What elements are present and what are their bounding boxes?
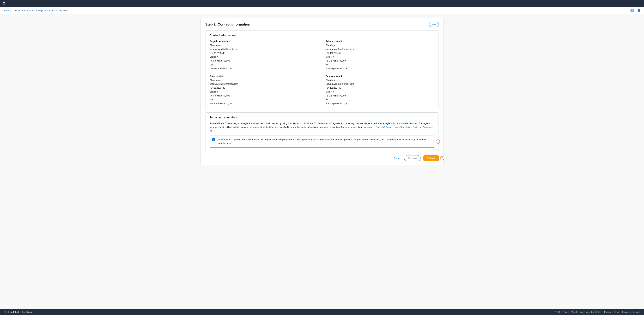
cloudshell-label: CloudShell	[8, 311, 19, 313]
external-link-icon	[210, 130, 212, 132]
registrant-city: Ho Chi Minh 700000	[210, 59, 318, 63]
step2-title: Step 2: Contact information	[205, 22, 250, 26]
admin-email: chaunguyen.3rd@gmail.com	[326, 48, 434, 51]
info-icon[interactable]: ℹ️	[630, 8, 634, 12]
tech-name: Chau Nguyen	[210, 78, 318, 82]
registrant-name: Chau Nguyen	[210, 44, 318, 47]
breadcrumb-register-domains[interactable]: Register domains	[38, 9, 55, 12]
tech-city: Ho Chi Minh 700000	[210, 94, 318, 98]
hamburger-icon[interactable]: ☰	[3, 2, 6, 5]
registrant-district: District 4	[210, 55, 318, 59]
registrant-privacy: Privacy protection (On)	[210, 67, 318, 70]
terminal-icon: ⬛	[4, 311, 7, 313]
billing-contact-label: Billing contact	[326, 75, 434, 78]
terms-title: Terms and conditions	[210, 116, 434, 119]
footer-left: ⬛ CloudShell Feedback	[4, 311, 32, 313]
terms-step-badge: 1	[436, 140, 440, 144]
cancel-button[interactable]: Cancel	[394, 157, 401, 160]
breadcrumb-route53[interactable]: Route 53	[4, 9, 12, 12]
billing-privacy: Privacy protection (On)	[326, 102, 434, 106]
breadcrumb-sep-3: ›	[56, 9, 57, 12]
admin-district: District 4	[326, 55, 434, 59]
billing-email: chaunguyen.3rd@gmail.com	[326, 82, 434, 86]
registrant-contact-label: Registrant contact	[210, 40, 318, 42]
admin-contact-label: Admin contact	[326, 40, 434, 42]
contact-info-box: Contact information Registrant contact C…	[205, 30, 439, 109]
admin-contact-block: Admin contact Chau Nguyen chaunguyen.3rd…	[326, 40, 434, 70]
breadcrumb-checkout: Checkout	[58, 9, 67, 12]
submit-button[interactable]: Submit	[424, 155, 439, 161]
contact-grid: Registrant contact Chau Nguyen chaunguye…	[210, 40, 434, 106]
footer-privacy-link[interactable]: Privacy	[604, 311, 611, 313]
admin-city: Ho Chi Minh 700000	[326, 59, 434, 63]
billing-district: District 4	[326, 90, 434, 94]
terms-body-end: .	[213, 130, 213, 132]
terms-body: Amazon Route 53 enables you to register …	[210, 122, 434, 133]
main-content: Step 2: Contact information Edit Contact…	[194, 14, 450, 309]
terms-checkbox[interactable]	[212, 138, 215, 141]
footer-terms-link[interactable]: Terms	[614, 311, 619, 313]
billing-contact-block: Billing contact Chau Nguyen chaunguyen.3…	[326, 75, 434, 106]
tech-contact-block: Tech contact Chau Nguyen chaunguyen.3rd@…	[210, 75, 318, 106]
footer-right: © 2024, Amazon Web Services, Inc. or its…	[555, 311, 640, 313]
submit-badge: 2	[440, 156, 444, 160]
action-buttons-area: Cancel Previous Submit 2	[205, 155, 439, 161]
breadcrumb: Route 53 › Registered domains › Register…	[0, 7, 644, 14]
tech-email: chaunguyen.3rd@gmail.com	[210, 82, 318, 86]
footer: ⬛ CloudShell Feedback © 2024, Amazon Web…	[0, 309, 644, 315]
submit-wrapper: Submit 2	[424, 155, 439, 161]
cloudshell-button[interactable]: ⬛ CloudShell	[4, 311, 19, 313]
step2-section: Step 2: Contact information Edit Contact…	[200, 18, 444, 166]
previous-button[interactable]: Previous	[404, 155, 420, 161]
breadcrumb-actions: ℹ️ 👤	[630, 8, 640, 12]
billing-phone: +84 112233445	[326, 86, 434, 90]
tech-contact-label: Tech contact	[210, 75, 318, 78]
admin-name: Chau Nguyen	[326, 44, 434, 47]
billing-city: Ho Chi Minh 700000	[326, 94, 434, 98]
admin-privacy: Privacy protection (On)	[326, 67, 434, 70]
tech-phone: +84 112233445	[210, 86, 318, 90]
registrant-contact-block: Registrant contact Chau Nguyen chaunguye…	[210, 40, 318, 70]
terms-box: Terms and conditions Amazon Route 53 ena…	[205, 112, 439, 151]
contact-info-title: Contact information	[210, 34, 434, 37]
agreement-wrapper: I have read and agree to the Amazon Rout…	[210, 136, 434, 148]
step2-header: Step 2: Contact information Edit	[205, 22, 439, 27]
top-nav: ☰	[0, 0, 644, 7]
agreement-row: I have read and agree to the Amazon Rout…	[210, 136, 434, 148]
tech-privacy: Privacy protection (On)	[210, 102, 318, 106]
tech-district: District 4	[210, 90, 318, 94]
footer-copyright: © 2024, Amazon Web Services, Inc. or its…	[555, 311, 602, 313]
admin-country: VN	[326, 63, 434, 67]
breadcrumb-registered-domains[interactable]: Registered domains	[15, 9, 35, 12]
billing-name: Chau Nguyen	[326, 78, 434, 82]
registrant-email: chaunguyen.3rd@gmail.com	[210, 48, 318, 51]
breadcrumb-sep-1: ›	[14, 9, 14, 12]
billing-country: VN	[326, 98, 434, 102]
settings-icon[interactable]: 👤	[637, 8, 640, 12]
tech-country: VN	[210, 98, 318, 102]
admin-phone: +84 112233445	[326, 52, 434, 55]
registrant-phone: +84 112233445	[210, 52, 318, 55]
footer-cookie-link[interactable]: Cookie preferences	[622, 311, 640, 313]
registrant-country: VN	[210, 63, 318, 67]
breadcrumb-sep-2: ›	[36, 9, 37, 12]
agreement-label[interactable]: I have read and agree to the Amazon Rout…	[217, 138, 432, 145]
edit-button[interactable]: Edit	[429, 22, 439, 27]
feedback-button[interactable]: Feedback	[22, 311, 32, 313]
terms-link[interactable]: Amazon Route 53 Domain Name Registration…	[367, 126, 434, 128]
